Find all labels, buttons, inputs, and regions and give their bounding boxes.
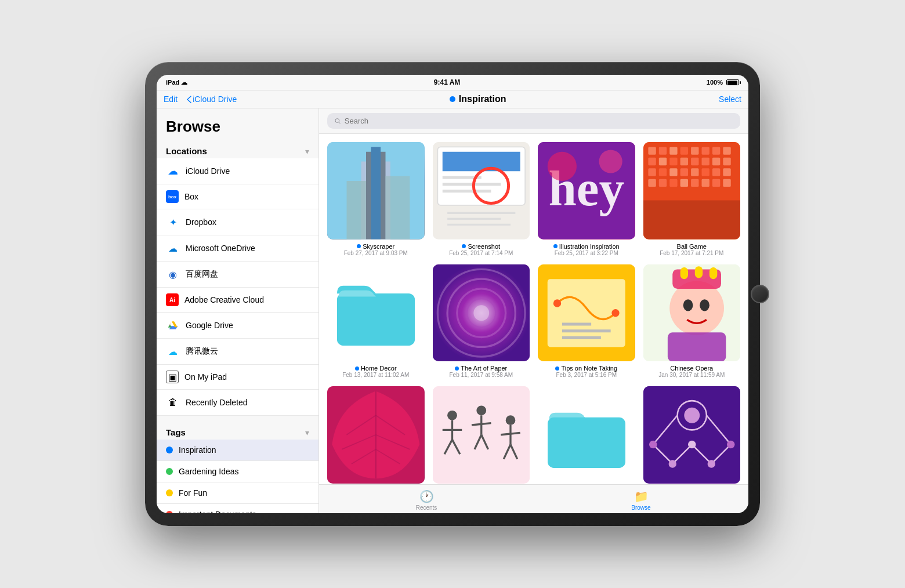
file-name-illustration: Illustration Inspiration (553, 243, 620, 250)
svg-point-20 (599, 150, 622, 173)
file-chineseopera[interactable]: Chinese Opera Jan 30, 2017 at 11:59 AM (643, 264, 741, 379)
svg-rect-78 (667, 332, 726, 361)
sidebar-item-adobe[interactable]: Ai Adobe Creative Cloud (157, 288, 318, 313)
sidebar-item-googledrive[interactable]: Google Drive (157, 313, 318, 339)
svg-rect-24 (658, 147, 666, 154)
box-icon: box (166, 190, 179, 203)
sidebar-item-deleted[interactable]: 🗑 Recently Deleted (157, 390, 318, 416)
file-pinkleaf[interactable]: Pink Leaf Jan 28, 2017 at 3:09 PM (327, 386, 425, 484)
sidebar-item-baidu[interactable]: ◉ 百度网盘 (157, 262, 318, 288)
file-notetaking[interactable]: Tips on Note Taking Feb 3, 2017 at 5:16 … (538, 264, 635, 379)
tags-chevron-icon[interactable]: ▾ (305, 428, 309, 437)
file-homedecor[interactable]: Home Decor Feb 13, 2017 at 11:02 AM (327, 264, 425, 379)
file-screenshot[interactable]: Screenshot Feb 25, 2017 at 7:14 PM (433, 142, 530, 256)
folder-icon (337, 274, 415, 351)
svg-point-81 (447, 411, 457, 420)
icloud-label: iCloud Drive (186, 166, 230, 176)
important-dot (166, 511, 173, 513)
svg-rect-40 (658, 168, 666, 176)
file-modernjewelry[interactable]: Modern Jewelry Jan 14, 2017 at 9:57 AM (643, 386, 741, 484)
thumb-artofpaper (433, 264, 530, 362)
sidebar-item-onedrive[interactable]: ☁ Microsoft OneDrive (157, 235, 318, 262)
tag-forfun[interactable]: For Fun (157, 482, 318, 504)
svg-rect-15 (447, 218, 501, 220)
file-date-chineseopera: Jan 30, 2017 at 11:59 AM (658, 372, 725, 378)
page-title: Inspiration (459, 94, 506, 104)
svg-rect-11 (442, 183, 501, 186)
svg-rect-44 (701, 168, 709, 176)
locations-chevron-icon[interactable]: ▾ (305, 147, 309, 156)
battery-label: 100% (707, 79, 723, 86)
svg-point-19 (548, 152, 577, 181)
svg-rect-96 (548, 418, 625, 468)
recents-icon: 🕐 (419, 489, 434, 503)
googledrive-label: Google Drive (186, 321, 233, 330)
home-button[interactable] (751, 285, 769, 303)
tag-inspiration[interactable]: Inspiration (157, 440, 318, 461)
search-input-container[interactable] (327, 113, 740, 129)
svg-point-100 (649, 441, 657, 448)
recents-label: Recents (416, 504, 437, 511)
gardening-label: Gardening Ideas (179, 467, 239, 476)
tag-important[interactable]: Important Documents (157, 504, 318, 513)
tab-recents[interactable]: 🕐 Recents (319, 489, 534, 511)
googledrive-icon (166, 318, 180, 332)
deleted-label: Recently Deleted (186, 398, 248, 407)
svg-rect-48 (658, 179, 666, 187)
onedrive-label: Microsoft OneDrive (186, 244, 255, 253)
tags-list: Inspiration Gardening Ideas For Fun (157, 440, 318, 513)
svg-rect-39 (648, 168, 656, 176)
ipad-screen: iPad ☁ 9:41 AM 100% Edit (157, 75, 748, 513)
search-input[interactable] (345, 117, 443, 125)
tab-browse[interactable]: 📁 Browse (534, 489, 748, 511)
file-parksketch[interactable]: Park Sketch Jan 21, 2017 at 5:35 PM (433, 386, 530, 484)
file-name-homedecor: Home Decor (355, 365, 397, 372)
icloud-icon: ☁ (166, 164, 180, 178)
svg-rect-16 (447, 224, 511, 226)
sidebar-item-box[interactable]: box Box (157, 184, 318, 209)
svg-point-62 (473, 305, 489, 321)
ipad-wrapper: iPad ☁ 9:41 AM 100% Edit (133, 50, 772, 538)
file-date-artofpaper: Feb 11, 2017 at 9:58 AM (449, 372, 513, 378)
nav-bar: Edit iCloud Drive Inspiration Select (157, 90, 748, 108)
svg-rect-43 (691, 168, 698, 176)
sidebar-item-dropbox[interactable]: ✦ Dropbox (157, 209, 318, 235)
thumb-modernjewelry (643, 386, 741, 484)
svg-point-65 (553, 299, 561, 307)
browse-tab-icon: 📁 (634, 489, 649, 503)
svg-rect-47 (648, 179, 656, 187)
thumb-ballgame (643, 142, 741, 239)
svg-point-101 (668, 460, 676, 467)
tencent-icon: ☁ (166, 344, 180, 358)
sidebar-item-onipad[interactable]: ▣ On My iPad (157, 365, 318, 390)
svg-point-86 (476, 406, 486, 416)
file-illustration[interactable]: hey Illustration Inspiration Feb 25, 201… (538, 142, 635, 256)
svg-rect-51 (691, 179, 698, 187)
illustrations-folder-icon (548, 396, 625, 474)
file-skyscraper[interactable]: Skyscraper Feb 27, 2017 at 9:03 PM (327, 142, 425, 256)
file-illustrations[interactable]: Illustrations Jan 17, 2017 at 1:36 PM (538, 386, 635, 484)
sidebar-item-icloud[interactable]: ☁ iCloud Drive (157, 158, 318, 184)
back-label: iCloud Drive (193, 95, 237, 104)
inspiration-dot (166, 447, 173, 453)
search-bar (319, 108, 748, 134)
svg-rect-75 (709, 267, 716, 279)
sidebar-item-tencent[interactable]: ☁ 腾讯微云 (157, 339, 318, 365)
tags-section-title: Tags (166, 427, 186, 437)
file-ballgame[interactable]: Ball Game Feb 17, 2017 at 7:21 PM (643, 142, 741, 256)
edit-button[interactable]: Edit (164, 95, 178, 104)
back-button[interactable]: iCloud Drive (187, 95, 237, 104)
select-button[interactable]: Select (719, 95, 741, 104)
file-artofpaper[interactable]: The Art of Paper Feb 11, 2017 at 9:58 AM (433, 264, 530, 379)
svg-rect-12 (442, 190, 491, 193)
baidu-label: 百度网盘 (186, 269, 218, 280)
content-area: Skyscraper Feb 27, 2017 at 9:03 PM (319, 108, 748, 513)
svg-rect-33 (669, 158, 677, 165)
baidu-icon: ◉ (166, 267, 180, 281)
tag-gardening[interactable]: Gardening Ideas (157, 461, 318, 482)
back-chevron-icon (187, 96, 191, 103)
svg-rect-53 (712, 179, 719, 187)
file-name-screenshot: Screenshot (462, 243, 500, 250)
svg-rect-73 (680, 267, 687, 279)
svg-rect-14 (447, 212, 515, 214)
